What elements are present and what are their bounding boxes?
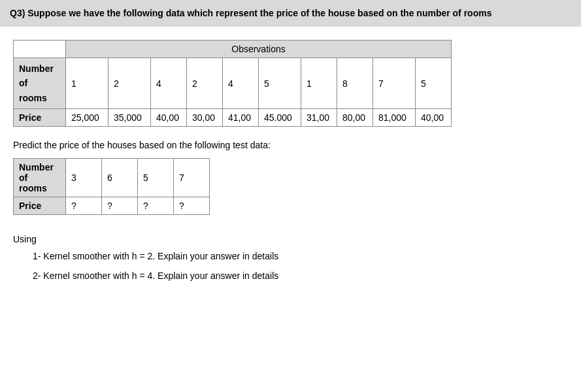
observations-table: ObservationsNumberofrooms1242451875Price…: [13, 40, 452, 127]
price-val-1: 25,000: [66, 109, 108, 127]
price-val-3: 40,00: [151, 109, 187, 127]
test-price-label: Price: [14, 197, 66, 215]
test-rooms-val-1: 3: [66, 159, 102, 197]
price-val-5: 41,00: [223, 109, 259, 127]
rooms-val-6: 5: [259, 58, 301, 109]
test-rooms-label: Numberofrooms: [14, 159, 66, 197]
observations-section: ObservationsNumberofrooms1242451875Price…: [13, 40, 568, 127]
main-content: ObservationsNumberofrooms1242451875Price…: [0, 27, 581, 303]
test-section: Numberofrooms3657Price????: [13, 158, 568, 221]
rooms-label: Numberofrooms: [14, 58, 66, 109]
methods-list: 1- Kernel smoother with h = 2. Explain y…: [13, 251, 568, 281]
price-val-6: 45.000: [259, 109, 301, 127]
question-header: Q3) Suppose we have the following data w…: [0, 0, 581, 27]
price-val-4: 30,00: [187, 109, 223, 127]
rooms-val-8: 8: [337, 58, 373, 109]
method-1: 1- Kernel smoother with h = 2. Explain y…: [33, 251, 568, 261]
test-table: Numberofrooms3657Price????: [13, 158, 210, 215]
price-label: Price: [14, 109, 66, 127]
test-rooms-val-2: 6: [102, 159, 138, 197]
price-val-9: 81,000: [373, 109, 416, 127]
using-label: Using: [13, 234, 568, 244]
test-price-val-4: ?: [174, 197, 210, 215]
predict-text: Predict the price of the houses based on…: [13, 140, 568, 150]
rooms-val-7: 1: [301, 58, 337, 109]
price-val-7: 31,00: [301, 109, 337, 127]
test-rooms-val-4: 7: [174, 159, 210, 197]
test-price-val-2: ?: [102, 197, 138, 215]
price-val-2: 35,000: [108, 109, 151, 127]
rooms-val-1: 1: [66, 58, 108, 109]
method-2: 2- Kernel smoother with h = 4. Explain y…: [33, 270, 568, 281]
test-rooms-val-3: 5: [138, 159, 174, 197]
price-val-10: 40,00: [416, 109, 452, 127]
rooms-val-3: 4: [151, 58, 187, 109]
rooms-val-10: 5: [416, 58, 452, 109]
rooms-val-9: 7: [373, 58, 416, 109]
rooms-val-2: 2: [108, 58, 151, 109]
test-price-val-3: ?: [138, 197, 174, 215]
rooms-val-4: 2: [187, 58, 223, 109]
price-val-8: 80,00: [337, 109, 373, 127]
rooms-val-5: 4: [223, 58, 259, 109]
test-price-val-1: ?: [66, 197, 102, 215]
